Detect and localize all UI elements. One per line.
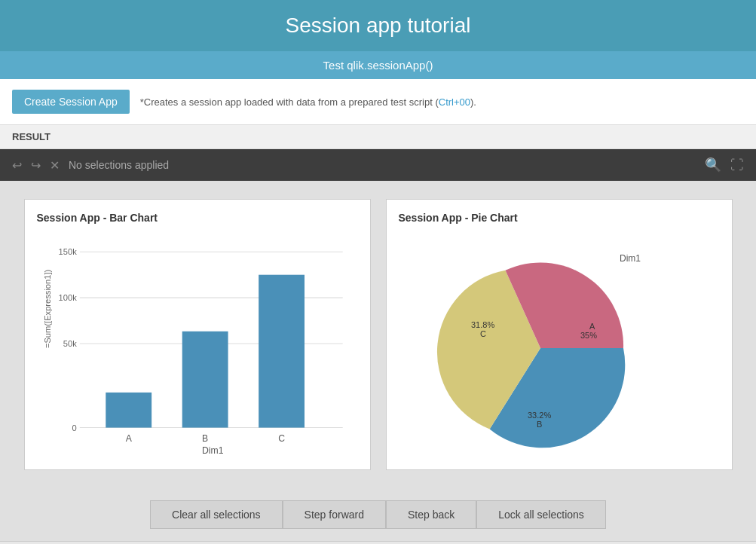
svg-text:C: C	[278, 433, 285, 444]
svg-text:=Sum([Expression1]): =Sum([Expression1])	[43, 269, 52, 348]
page-header: Session app tutorial	[0, 0, 756, 51]
step-forward-btn[interactable]: Step forward	[283, 500, 386, 529]
pie-chart-container: Dim1 A 35% B 33.2% C 31.8%	[399, 231, 720, 457]
svg-text:A: A	[589, 322, 595, 331]
bar-b[interactable]	[182, 332, 228, 428]
pie-chart-svg: Dim1 A 35% B 33.2% C 31.8%	[416, 239, 702, 450]
svg-text:50k: 50k	[63, 339, 76, 348]
bar-a[interactable]	[106, 393, 152, 428]
redo-icon[interactable]: ↪	[31, 158, 41, 173]
toolbar-description: *Creates a session app loaded with data …	[140, 96, 476, 108]
lock-all-btn[interactable]: Lock all selections	[476, 500, 606, 529]
page-title: Session app tutorial	[286, 14, 471, 37]
bar-chart-container: =Sum([Expression1]) 150k 100k 50k 0 A B	[37, 231, 358, 457]
charts-area: Session App - Bar Chart =Sum([Expression…	[0, 181, 756, 488]
svg-text:35%: 35%	[580, 331, 597, 340]
svg-text:B: B	[202, 433, 208, 444]
selection-bar-right: 🔍 ⛶	[705, 157, 744, 173]
svg-text:B: B	[537, 420, 542, 429]
pie-chart-title: Session App - Pie Chart	[399, 212, 720, 224]
svg-text:C: C	[480, 329, 486, 338]
expand-icon[interactable]: ⛶	[730, 157, 744, 173]
bar-c[interactable]	[259, 275, 305, 428]
result-label: RESULT	[0, 125, 756, 149]
note-bar: NOTE: Two visualizations should be displ…	[0, 541, 756, 544]
no-selections-text: No selections applied	[69, 159, 169, 171]
svg-text:Dim1: Dim1	[202, 445, 224, 456]
clear-all-btn[interactable]: Clear all selections	[150, 500, 283, 529]
create-session-btn[interactable]: Create Session App	[12, 90, 130, 114]
subheader-label: Test qlik.sessionApp()	[323, 59, 433, 72]
selection-bar-left: ↩ ↪ ✕ No selections applied	[12, 158, 169, 173]
svg-text:0: 0	[72, 423, 76, 432]
svg-text:150k: 150k	[58, 247, 77, 256]
svg-text:A: A	[125, 433, 132, 444]
pie-chart-card: Session App - Pie Chart Dim1 A 35% B 33.…	[386, 199, 733, 470]
search-icon[interactable]: 🔍	[705, 157, 721, 173]
undo-icon[interactable]: ↩	[12, 158, 22, 173]
toolbar: Create Session App *Creates a session ap…	[0, 79, 756, 125]
subheader: Test qlik.sessionApp()	[0, 51, 756, 79]
bar-chart-svg: =Sum([Expression1]) 150k 100k 50k 0 A B	[37, 231, 358, 457]
step-back-btn[interactable]: Step back	[386, 500, 476, 529]
action-bar: Clear all selections Step forward Step b…	[0, 488, 756, 541]
selection-bar: ↩ ↪ ✕ No selections applied 🔍 ⛶	[0, 149, 756, 181]
bar-chart-card: Session App - Bar Chart =Sum([Expression…	[24, 199, 371, 470]
clear-icon[interactable]: ✕	[50, 158, 60, 173]
svg-text:100k: 100k	[58, 293, 77, 302]
svg-text:33.2%: 33.2%	[528, 411, 551, 420]
svg-text:Dim1: Dim1	[620, 253, 641, 264]
svg-text:31.8%: 31.8%	[471, 320, 494, 329]
bar-chart-title: Session App - Bar Chart	[37, 212, 358, 224]
